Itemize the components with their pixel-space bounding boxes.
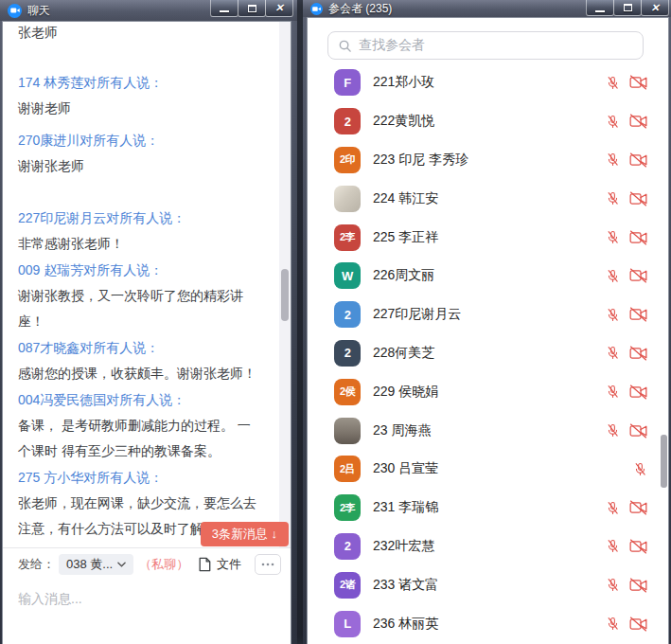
chat-message: 004冯爱民德国对所有人说：备课， 是考研教师删减能力的过程。 一 个课时 得有…	[18, 387, 274, 464]
avatar: 2	[334, 340, 361, 367]
participant-row[interactable]: 23 周海燕	[308, 411, 661, 450]
mic-muted-icon[interactable]	[606, 269, 620, 283]
minimize-icon	[220, 10, 229, 12]
chevron-down-icon	[117, 562, 126, 567]
participant-name: 224 韩江安	[373, 190, 438, 207]
camera-off-icon[interactable]	[629, 500, 647, 515]
camera-off-icon[interactable]	[629, 346, 647, 361]
camera-off-icon[interactable]	[629, 617, 647, 632]
mic-muted-icon[interactable]	[606, 308, 620, 322]
avatar: 2侯	[334, 379, 361, 405]
camera-off-icon[interactable]	[629, 423, 647, 438]
chat-window-title: 聊天	[27, 3, 50, 19]
participant-row[interactable]: 2印 223 印尼 李秀珍	[308, 141, 661, 180]
search-icon	[338, 39, 352, 53]
private-chat-label: （私聊）	[139, 556, 188, 573]
mic-muted-icon[interactable]	[606, 617, 620, 631]
camera-off-icon[interactable]	[629, 268, 647, 283]
chat-message: 174 林秀莲对所有人说：谢谢老师	[18, 70, 274, 121]
participant-name: 230 吕宣莹	[373, 460, 438, 477]
avatar-photo	[334, 186, 361, 212]
camera-off-icon[interactable]	[629, 75, 647, 90]
message-sender: 275 方小华对所有人说：	[18, 465, 274, 491]
maximize-button[interactable]	[613, 0, 642, 16]
chat-titlebar[interactable]: 聊天 ✕	[0, 0, 297, 21]
mic-muted-icon[interactable]	[606, 191, 620, 206]
participants-window-controls: ✕	[587, 0, 669, 16]
participant-row[interactable]: 2李 231 李瑞锦	[308, 489, 661, 528]
message-input[interactable]: 输入消息...	[3, 580, 291, 644]
mic-muted-icon[interactable]	[606, 578, 620, 592]
participants-scrollbar-thumb[interactable]	[661, 435, 667, 488]
participant-name: 232叶宏慧	[373, 538, 434, 555]
chat-message: 087才晓鑫对所有人说：感谢您的授课，收获颇丰。谢谢张老师！	[18, 335, 274, 386]
close-button[interactable]: ✕	[641, 0, 669, 16]
participant-list: F 221郑小玫 2 222黄凯悦 2印 223 印尼 李秀珍 224 韩江安	[308, 63, 661, 644]
participant-row[interactable]: 224 韩江安	[308, 179, 661, 218]
chat-message-list: 张老师 174 林秀莲对所有人说：谢谢老师 270康进川对所有人说：谢谢张老师 …	[3, 22, 279, 547]
chat-message: 张老师	[18, 22, 274, 45]
file-label: 文件	[217, 556, 241, 573]
message-sender: 004冯爱民德国对所有人说：	[18, 387, 274, 413]
mic-muted-icon[interactable]	[606, 346, 620, 360]
camera-off-icon[interactable]	[629, 230, 647, 245]
camera-off-icon[interactable]	[629, 539, 647, 554]
avatar: 2印	[334, 147, 361, 173]
participant-row[interactable]: 2李 225 李正祥	[308, 218, 661, 257]
mic-muted-icon[interactable]	[606, 152, 620, 167]
avatar: F	[334, 69, 361, 96]
avatar: L	[334, 611, 361, 637]
mic-muted-icon[interactable]	[606, 230, 620, 244]
mic-muted-icon[interactable]	[606, 115, 620, 129]
camera-off-icon[interactable]	[629, 191, 647, 206]
chat-scrollbar[interactable]	[279, 22, 291, 547]
meeting-app-icon	[310, 3, 323, 15]
mic-muted-icon[interactable]	[606, 385, 620, 399]
minimize-button[interactable]	[586, 0, 614, 16]
participant-row[interactable]: 2 222黄凯悦	[308, 102, 661, 141]
participant-row[interactable]: 2诸 233 诸文富	[308, 565, 661, 604]
new-messages-button[interactable]: 3条新消息 ↓	[201, 522, 289, 546]
file-button[interactable]: 文件	[198, 556, 241, 573]
participant-row[interactable]: 2 227印尼谢月云	[308, 295, 661, 334]
minimize-button[interactable]	[210, 0, 238, 17]
close-button[interactable]: ✕	[265, 0, 293, 17]
participant-name: 221郑小玫	[373, 74, 434, 91]
camera-off-icon[interactable]	[629, 307, 647, 322]
avatar: 2李	[334, 494, 361, 521]
chat-scrollbar-thumb[interactable]	[281, 269, 289, 321]
camera-off-icon[interactable]	[629, 114, 647, 129]
participant-row[interactable]: 2侯 229 侯晓娟	[308, 372, 661, 411]
avatar: 2诸	[334, 572, 361, 599]
participant-row[interactable]: F 221郑小玫	[308, 63, 661, 102]
message-sender: 087才晓鑫对所有人说：	[18, 335, 274, 361]
file-icon	[198, 557, 211, 572]
recipient-dropdown[interactable]: 038 黄...	[59, 554, 133, 575]
participant-row[interactable]: 2 228何美芝	[308, 334, 661, 373]
avatar: 2吕	[334, 456, 361, 482]
participant-search-input[interactable]: 查找参会者	[327, 31, 644, 60]
participants-titlebar[interactable]: 参会者 (235) ✕	[303, 0, 671, 17]
participant-row[interactable]: 2吕 230 吕宣莹	[308, 450, 661, 489]
participant-name: 233 诸文富	[373, 577, 438, 594]
more-options-button[interactable]	[255, 554, 281, 575]
maximize-icon	[624, 4, 632, 11]
participant-name: 23 周海燕	[373, 422, 431, 439]
message-sender: 227印尼谢月云对所有人说：	[18, 206, 274, 231]
participant-name: 227印尼谢月云	[373, 306, 461, 323]
participants-scrollbar[interactable]	[661, 35, 667, 644]
camera-off-icon[interactable]	[629, 578, 647, 593]
camera-off-icon[interactable]	[629, 152, 647, 168]
message-sender: 174 林秀莲对所有人说：	[18, 70, 274, 96]
mic-muted-icon[interactable]	[633, 462, 647, 476]
mic-muted-icon[interactable]	[606, 539, 620, 553]
camera-off-icon[interactable]	[629, 385, 647, 400]
mic-muted-icon[interactable]	[606, 501, 620, 515]
mic-muted-icon[interactable]	[606, 423, 620, 438]
avatar-photo	[334, 418, 361, 444]
participant-row[interactable]: 2 232叶宏慧	[308, 528, 661, 566]
mic-muted-icon[interactable]	[606, 76, 620, 90]
participant-row[interactable]: L 236 林丽英	[308, 604, 661, 643]
maximize-button[interactable]	[238, 0, 266, 17]
participant-row[interactable]: W 226周文丽	[308, 257, 661, 295]
